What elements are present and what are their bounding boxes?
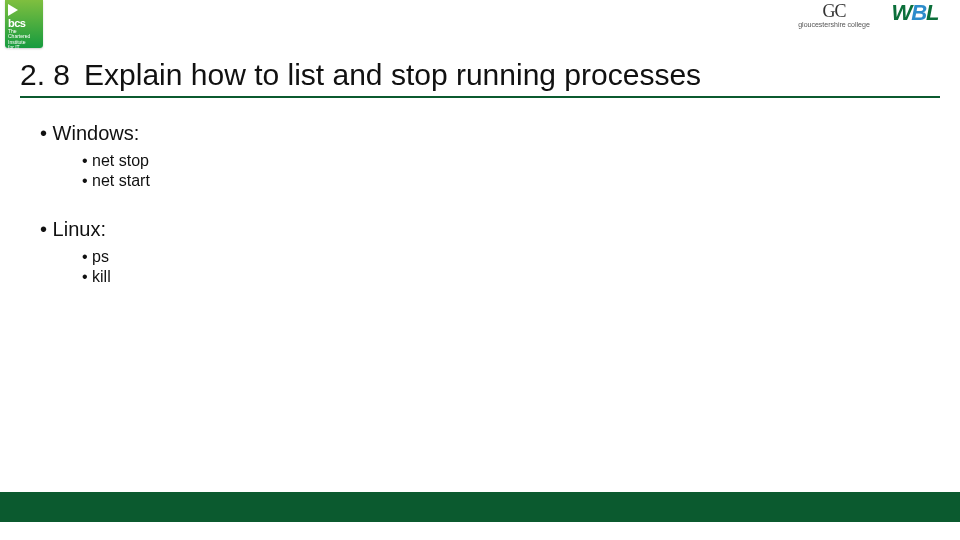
slide-title: 2. 8 Explain how to list and stop runnin… [20,58,940,98]
gc-logo: GC gloucestershire college [793,2,875,28]
title-number: 2. 8 [20,58,70,92]
footer-bar [0,492,960,522]
bullet-windows: Windows: [40,122,920,145]
title-text: Explain how to list and stop running pro… [84,58,701,92]
wbl-w: W [891,0,911,26]
wbl-logo: WBL [878,0,952,28]
slide: bcs The Chartered Institute for IT GC gl… [0,0,960,540]
slide-body: Windows: net stop net start Linux: ps ki… [40,112,920,288]
bullet-linux: Linux: [40,218,920,241]
bullet-linux-item-1: kill [82,267,920,287]
bullet-windows-item-0: net stop [82,151,920,171]
bullet-linux-item-0: ps [82,247,920,267]
gc-logo-sub: gloucestershire college [793,21,875,28]
gc-logo-text: GC [793,2,875,20]
wbl-b: B [911,0,926,26]
wbl-l: L [926,0,938,26]
bcs-logo: bcs The Chartered Institute for IT [5,0,43,48]
bcs-sub-4: for IT [8,45,40,50]
triangle-icon [8,4,18,16]
bullet-windows-item-1: net start [82,171,920,191]
